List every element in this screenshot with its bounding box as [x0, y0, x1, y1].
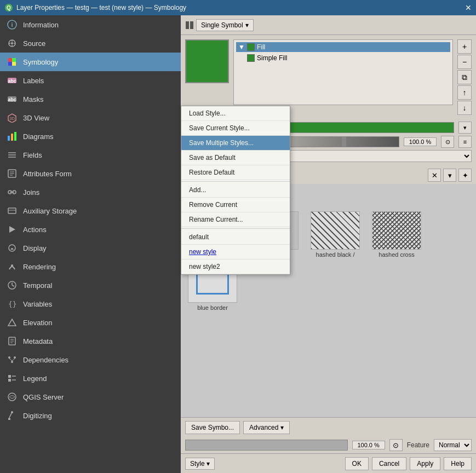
ctx-remove-current[interactable]: Remove Current	[181, 198, 290, 212]
sidebar-item-dependencies[interactable]: Dependencies	[0, 350, 181, 369]
temporal-icon	[7, 280, 18, 291]
opacity-extra-btn[interactable]: ≡	[458, 136, 472, 148]
layer-opacity-spin[interactable]: ⊙	[389, 439, 403, 451]
sidebar-item-labels[interactable]: abc Labels	[0, 71, 181, 90]
tree-add-button[interactable]: +	[457, 39, 472, 54]
sidebar-item-information[interactable]: i Information	[0, 15, 181, 34]
layer-opacity-bar[interactable]	[185, 440, 348, 451]
context-menu: Load Style... Save Current Style... Save…	[181, 106, 290, 275]
dropdown-arrow: ▾	[245, 21, 249, 29]
tree-color-simplefill	[247, 54, 255, 62]
sidebar-item-elevation[interactable]: Elevation	[0, 313, 181, 332]
tree-duplicate-button[interactable]: ⧉	[457, 70, 472, 84]
sidebar-item-fields[interactable]: Fields	[0, 146, 181, 164]
qgisserver-icon	[7, 391, 18, 402]
ctx-default[interactable]: default	[181, 230, 290, 245]
svg-point-48	[14, 356, 16, 359]
opacity-spin-btn[interactable]: ⊙	[441, 136, 454, 148]
ctx-restore-default[interactable]: Restore Default	[181, 165, 290, 180]
ctx-save-current-style[interactable]: Save Current Style...	[181, 121, 290, 136]
sidebar-item-auxiliarystorage[interactable]: Auxiliary Storage	[0, 201, 181, 220]
sidebar-item-display[interactable]: Display	[0, 239, 181, 257]
sidebar-item-rendering[interactable]: Rendering	[0, 257, 181, 276]
opacity-value[interactable]	[404, 137, 437, 146]
style-item-cross[interactable]: hashed cross	[369, 211, 424, 258]
3dview-icon: 3D	[7, 112, 18, 123]
tree-move-down-button[interactable]: ↓	[457, 101, 472, 115]
favorites-clear-btn[interactable]: ✕	[428, 169, 441, 182]
cancel-button[interactable]: Cancel	[372, 457, 406, 470]
blue-rect-inner	[196, 273, 229, 295]
svg-rect-33	[8, 208, 16, 214]
sidebar-label-rendering: Rendering	[23, 263, 56, 271]
advanced-button[interactable]: Advanced ▾	[243, 421, 290, 434]
elevation-icon	[7, 317, 18, 328]
attributesform-icon	[7, 168, 18, 179]
ctx-save-multiple-styles[interactable]: Save Multiple Styles...	[181, 136, 290, 151]
sidebar-label-dependencies: Dependencies	[23, 356, 68, 364]
sidebar-item-legend[interactable]: Legend	[0, 369, 181, 388]
sidebar-item-diagrams[interactable]: Diagrams	[0, 127, 181, 146]
style-thumb-hatch	[311, 211, 360, 250]
bottom-toolbar: Save Symbo... Advanced ▾	[181, 417, 476, 437]
sidebar-item-masks[interactable]: abc Masks	[0, 90, 181, 108]
right-panel: Single Symbol ▾ ▼ Fill Simple Fill +	[181, 15, 476, 473]
tree-label-simplefill: Simple Fill	[257, 54, 287, 62]
tree-item-fill[interactable]: ▼ Fill	[236, 42, 450, 52]
svg-line-50	[9, 359, 12, 361]
sidebar-label-digitizing: Digitizing	[23, 412, 52, 420]
ctx-add[interactable]: Add...	[181, 183, 290, 198]
style-thumb-cross	[372, 211, 421, 250]
sidebar-label-qgisserver: QGIS Server	[23, 393, 64, 401]
sidebar-item-metadata[interactable]: Metadata	[0, 332, 181, 350]
ctx-save-as-default[interactable]: Save as Default	[181, 151, 290, 165]
sidebar-label-symbology: Symbology	[23, 58, 58, 66]
svg-text:abc: abc	[8, 97, 16, 102]
ok-button[interactable]: OK	[345, 457, 369, 470]
symbol-type-dropdown[interactable]: Single Symbol ▾	[196, 19, 254, 31]
sidebar-item-symbology[interactable]: Symbology	[0, 53, 181, 71]
style-button[interactable]: Style ▾	[185, 458, 215, 470]
tree-remove-button[interactable]: −	[457, 55, 472, 69]
joins-icon	[7, 187, 18, 198]
tree-move-up-button[interactable]: ↑	[457, 85, 472, 100]
favorites-add-btn[interactable]: ✦	[458, 169, 472, 182]
sidebar-label-3dview: 3D View	[23, 114, 49, 122]
sidebar-item-qgisserver[interactable]: QGIS Server	[0, 388, 181, 406]
layer-opacity-value[interactable]	[352, 441, 385, 449]
sidebar-item-actions[interactable]: Actions	[0, 220, 181, 239]
title-bar: Q Layer Properties — testg — test (new s…	[0, 0, 476, 15]
ctx-divider-1	[181, 181, 290, 182]
favorites-dropdown-btn[interactable]: ▾	[443, 169, 456, 182]
sidebar-item-joins[interactable]: Joins	[0, 183, 181, 201]
labels-icon: abc	[7, 75, 18, 86]
close-button[interactable]: ✕	[465, 3, 472, 12]
sidebar-item-source[interactable]: Source	[0, 34, 181, 53]
svg-point-58	[11, 411, 13, 413]
style-item-hatch[interactable]: hashed black /	[308, 211, 363, 258]
opacity-handle[interactable]	[342, 137, 346, 147]
sidebar-item-digitizing[interactable]: Digitizing	[0, 406, 181, 425]
svg-marker-42	[8, 319, 16, 326]
sidebar-item-3dview[interactable]: 3D 3D View	[0, 108, 181, 127]
ctx-load-style[interactable]: Load Style...	[181, 106, 290, 121]
sidebar-item-attributesform[interactable]: Attributes Form	[0, 164, 181, 183]
tree-item-simplefill[interactable]: Simple Fill	[236, 53, 450, 63]
save-symbol-button[interactable]: Save Symbo...	[185, 421, 240, 434]
diagrams-icon	[7, 131, 18, 142]
ctx-rename-current[interactable]: Rename Current...	[181, 212, 290, 227]
help-button[interactable]: Help	[444, 457, 472, 470]
hatch-fill	[311, 212, 359, 249]
apply-button[interactable]: Apply	[410, 457, 440, 470]
svg-rect-54	[8, 379, 11, 382]
style-label-bluerect: blue border	[197, 304, 228, 311]
color-dropdown-btn[interactable]: ▾	[458, 122, 472, 134]
svg-rect-22	[14, 132, 16, 141]
sidebar-item-temporal[interactable]: Temporal	[0, 276, 181, 295]
sidebar-item-variables[interactable]: {} Variables	[0, 295, 181, 313]
ctx-new-style2[interactable]: new style2	[181, 259, 290, 274]
feature-blend-select[interactable]: Normal	[434, 439, 472, 451]
svg-rect-52	[8, 375, 11, 378]
svg-point-47	[8, 356, 10, 359]
ctx-new-style[interactable]: new style	[181, 245, 290, 259]
